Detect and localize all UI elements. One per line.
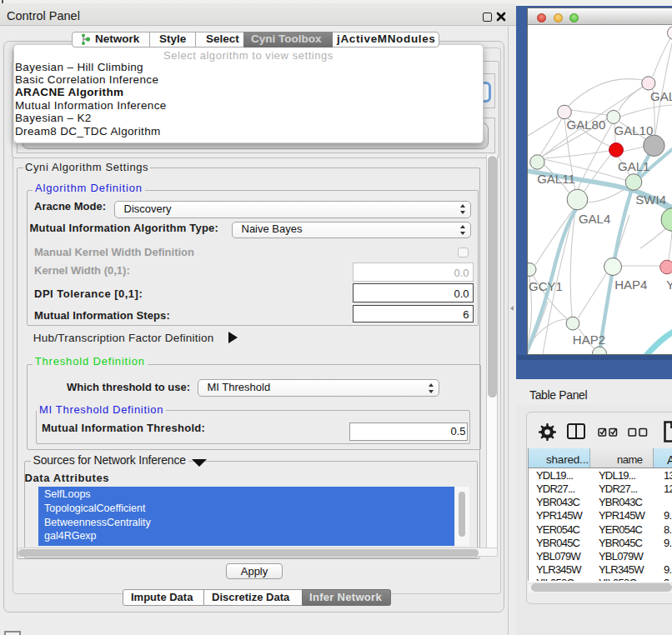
svg-text:HAP2: HAP2 [573, 332, 605, 347]
svg-text:GAL4: GAL4 [579, 212, 610, 226]
svg-text:GAL10: GAL10 [614, 123, 654, 138]
svg-text:GAL11: GAL11 [537, 172, 575, 186]
svg-text:GAL: GAL [650, 89, 672, 103]
svg-text:GCY1: GCY1 [529, 279, 563, 293]
svg-text:SWI4: SWI4 [635, 192, 666, 207]
svg-text:GAL1: GAL1 [618, 159, 649, 173]
svg-text:HAP4: HAP4 [614, 278, 647, 292]
svg-text:GAL80: GAL80 [567, 118, 606, 132]
svg-text:Y: Y [666, 278, 672, 292]
